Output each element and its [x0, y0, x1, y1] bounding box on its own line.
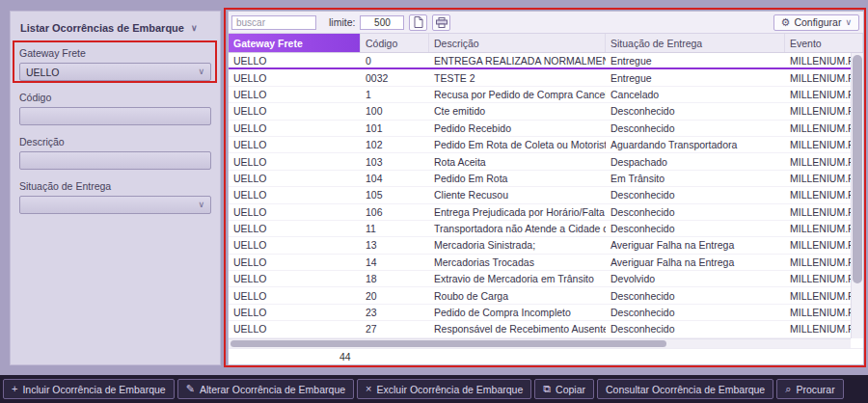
results-panel: limite: ⚙ Configurar ∨ Gateway Frete	[228, 11, 864, 365]
gateway-frete-field: Gateway Frete UELLO ∨	[19, 47, 211, 81]
cell-descricao: ENTREGA REALIZADA NORMALMENTE	[429, 53, 606, 67]
cell-evento: MILLENIUM.PED	[785, 271, 851, 286]
cell-evento: MILLENIUM.PED	[785, 69, 851, 85]
column-header-descricao[interactable]: Descrição	[429, 34, 606, 52]
cell-gateway-frete: UELLO	[229, 103, 361, 119]
cell-evento: MILLENIUM.PED	[785, 221, 851, 236]
table-row[interactable]: UELLO 11 Transportadora não Atende a Cid…	[229, 221, 851, 237]
table-row[interactable]: UELLO 101 Pedido Recebido Desconhecido M…	[229, 121, 851, 137]
cell-descricao: Pedido de Compra Incompleto	[429, 305, 606, 320]
cell-evento: MILLENIUM.PED	[785, 171, 851, 186]
chevron-down-icon: ∨	[198, 201, 204, 209]
column-header-evento[interactable]: Evento	[785, 34, 863, 52]
procurar-button[interactable]: ⌕ Procurar	[776, 379, 843, 399]
cell-evento: MILLENIUM.PED	[785, 237, 851, 253]
column-header-situacao-entrega[interactable]: Situação de Entrega	[606, 34, 785, 52]
cell-codigo: 102	[361, 137, 429, 152]
table-row[interactable]: UELLO 0 ENTREGA REALIZADA NORMALMENTE En…	[229, 53, 851, 69]
situacao-entrega-field: Situação de Entrega ∨	[19, 180, 211, 214]
cell-codigo: 20	[361, 287, 429, 303]
codigo-input[interactable]	[19, 107, 211, 125]
table-row[interactable]: UELLO 27 Responsável de Recebimento Ause…	[229, 321, 851, 337]
cell-situacao-entrega: Desconhecido	[606, 305, 785, 320]
cell-descricao: Mercadoria Sinistrada;	[429, 237, 606, 253]
column-header-gateway-frete[interactable]: Gateway Frete	[229, 34, 361, 52]
cell-situacao-entrega: Despachado	[606, 153, 785, 169]
gateway-frete-label: Gateway Frete	[19, 47, 211, 59]
limit-label: limite:	[329, 16, 355, 28]
vertical-scrollbar-thumb[interactable]	[853, 55, 862, 283]
search-icon: ⌕	[785, 384, 791, 394]
cell-descricao: Roubo de Carga	[429, 287, 606, 303]
cell-codigo: 104	[361, 171, 429, 186]
cell-situacao-entrega: Entregue	[606, 69, 785, 85]
cell-situacao-entrega: Averiguar Falha na Entrega	[606, 255, 785, 270]
print-button[interactable]	[432, 14, 450, 31]
table-row[interactable]: UELLO 23 Pedido de Compra Incompleto Des…	[229, 305, 851, 321]
sidebar-title[interactable]: Listar Ocorrências de Embarque ∨	[19, 17, 211, 47]
table-row[interactable]: UELLO 1 Recusa por Pedido de Compra Canc…	[229, 87, 851, 103]
cell-gateway-frete: UELLO	[229, 121, 361, 136]
cell-evento: MILLENIUM.PED	[785, 87, 851, 102]
copiar-button[interactable]: ⧉ Copiar	[534, 379, 594, 399]
situacao-entrega-label: Situação de Entrega	[19, 180, 211, 192]
cell-situacao-entrega: Desconhecido	[606, 321, 785, 336]
table-row[interactable]: UELLO 18 Extravio de Mercadoria em Trâns…	[229, 271, 851, 287]
cell-descricao: Cliente Recusou	[429, 187, 606, 202]
cell-situacao-entrega: Averiguar Falha na Entrega	[606, 237, 785, 253]
gateway-frete-select[interactable]: UELLO ∨	[19, 63, 211, 81]
cell-situacao-entrega: Entregue	[606, 53, 785, 67]
cell-codigo: 106	[361, 204, 429, 220]
close-icon: ×	[366, 384, 371, 394]
workspace: Listar Ocorrências de Embarque ∨ Gateway…	[0, 0, 868, 375]
excluir-button[interactable]: × Excluir Ocorrência de Embarque	[357, 379, 531, 399]
horizontal-scrollbar[interactable]	[229, 338, 851, 348]
table-row[interactable]: UELLO 100 Cte emitido Desconhecido MILLE…	[229, 103, 851, 120]
column-header-codigo[interactable]: Código	[361, 34, 429, 52]
cell-situacao-entrega: Desconhecido	[606, 121, 785, 136]
table-row[interactable]: UELLO 103 Rota Aceita Despachado MILLENI…	[229, 153, 851, 170]
table-body: UELLO 0 ENTREGA REALIZADA NORMALMENTE En…	[229, 53, 851, 338]
sidebar-title-label: Listar Ocorrências de Embarque	[20, 22, 184, 34]
table-row[interactable]: UELLO 105 Cliente Recusou Desconhecido M…	[229, 187, 851, 203]
cell-gateway-frete: UELLO	[229, 305, 361, 320]
cell-evento: MILLENIUM.PED	[785, 103, 851, 119]
configure-button[interactable]: ⚙ Configurar ∨	[773, 14, 860, 31]
search-input[interactable]	[231, 15, 316, 30]
cell-situacao-entrega: Desconhecido	[606, 103, 785, 119]
descricao-input[interactable]	[19, 151, 211, 170]
cell-descricao: Pedido Em Rota de Coleta ou Motorista sa…	[429, 137, 606, 152]
data-grid: Gateway Frete Código Descrição Situação …	[229, 34, 863, 338]
horizontal-scrollbar-thumb[interactable]	[231, 340, 666, 347]
incluir-button[interactable]: + Incluir Ocorrência de Embarque	[3, 379, 175, 399]
table-row[interactable]: UELLO 20 Roubo de Carga Desconhecido MIL…	[229, 287, 851, 304]
table-row[interactable]: UELLO 102 Pedido Em Rota de Coleta ou Mo…	[229, 137, 851, 153]
cell-situacao-entrega: Desconhecido	[606, 287, 785, 303]
cell-codigo: 103	[361, 153, 429, 169]
table-row[interactable]: UELLO 104 Pedido Em Rota Em Trânsito MIL…	[229, 171, 851, 187]
situacao-entrega-select[interactable]: ∨	[19, 196, 211, 214]
chevron-down-icon: ∨	[198, 67, 204, 76]
cell-descricao: Entrega Prejudicada por Horário/Falta de…	[429, 204, 606, 220]
table-row[interactable]: UELLO 14 Mercadorias Trocadas Averiguar …	[229, 255, 851, 271]
consultar-button[interactable]: Consultar Ocorrência de Embarque	[597, 379, 773, 399]
table-row[interactable]: UELLO 106 Entrega Prejudicada por Horári…	[229, 204, 851, 221]
cell-codigo: 1	[361, 87, 429, 102]
cell-gateway-frete: UELLO	[229, 255, 361, 270]
cell-codigo: 0032	[361, 69, 429, 85]
limit-input[interactable]	[360, 15, 404, 30]
edit-icon: ✎	[186, 384, 195, 394]
alterar-button[interactable]: ✎ Alterar Ocorrência de Embarque	[177, 379, 354, 399]
cell-evento: MILLENIUM.PED	[785, 121, 851, 136]
cell-evento: MILLENIUM.PED	[785, 204, 851, 220]
table-row[interactable]: UELLO 13 Mercadoria Sinistrada; Averigua…	[229, 237, 851, 254]
cell-evento: MILLENIUM.PED	[785, 305, 851, 320]
cell-descricao: Extravio de Mercadoria em Trânsito	[429, 271, 606, 286]
export-button[interactable]	[409, 14, 427, 31]
table-row[interactable]: UELLO 0032 TESTE 2 Entregue MILLENIUM.PE…	[229, 69, 851, 86]
cell-descricao: Cte emitido	[429, 103, 606, 119]
cell-situacao-entrega: Cancelado	[606, 87, 785, 102]
vertical-scrollbar[interactable]	[851, 53, 863, 338]
copy-icon: ⧉	[543, 384, 551, 394]
cell-gateway-frete: UELLO	[229, 87, 361, 102]
